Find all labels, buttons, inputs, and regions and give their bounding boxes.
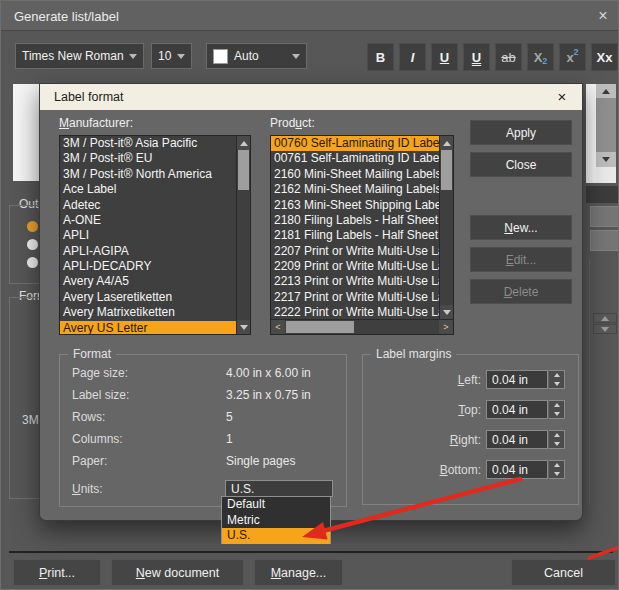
delete-button[interactable]: Delete <box>470 279 572 304</box>
scroll-up-icon[interactable] <box>440 136 453 150</box>
scrollbar-thumb[interactable] <box>286 321 354 333</box>
window-close-button[interactable]: × <box>592 5 614 27</box>
list-item-selected[interactable]: Avery US Letter <box>60 321 236 336</box>
dropdown-option[interactable]: Default <box>222 497 330 513</box>
units-combo[interactable]: U.S. <box>225 480 333 497</box>
spinner-down-icon[interactable] <box>549 440 564 449</box>
list-item[interactable]: 2163 Mini-Sheet Shipping Labels <box>271 198 439 213</box>
edit-button[interactable]: Edit... <box>470 247 572 272</box>
list-item[interactable]: Adetec <box>60 198 236 213</box>
chevron-down-icon <box>177 54 185 59</box>
spinner-down-icon[interactable] <box>549 380 564 389</box>
list-item[interactable]: 2207 Print or Write Multi-Use Lab <box>271 244 439 259</box>
italic-button[interactable]: I <box>399 43 426 71</box>
generate-list-label-window: Generate list/label × Times New Roman 10… <box>0 0 619 590</box>
list-item[interactable]: 00761 Self-Laminating ID Labels <box>271 151 439 166</box>
format-group-title: Format <box>68 347 116 361</box>
manufacturer-scrollbar[interactable] <box>236 136 250 334</box>
new-button[interactable]: New... <box>470 215 572 240</box>
paper-value: Single pages <box>226 454 295 468</box>
list-fragment <box>596 167 616 183</box>
manage-button[interactable]: Manage... <box>254 559 343 586</box>
subscript-button[interactable]: X2 <box>527 43 554 71</box>
right-margin-field[interactable]: 0.04 in <box>486 430 548 449</box>
list-item[interactable]: 2180 Filing Labels - Half Sheet <box>271 213 439 228</box>
bold-button[interactable]: B <box>367 43 394 71</box>
panel-fragment <box>586 186 619 203</box>
left-margin-field[interactable]: 0.04 in <box>486 370 548 389</box>
spinner-up-icon[interactable] <box>549 461 564 470</box>
label-margins-group: Label margins Left: 0.04 in Top: 0.04 in… <box>362 354 579 505</box>
window-titlebar: Generate list/label × <box>1 1 619 31</box>
radio-button[interactable] <box>27 257 38 268</box>
close-button[interactable]: Close <box>470 152 572 177</box>
spinner-up-icon[interactable] <box>593 313 617 323</box>
underline-button[interactable]: U <box>431 43 458 71</box>
list-item[interactable]: Avery Matrixetiketten <box>60 305 236 320</box>
list-item[interactable]: 3M / Post-it® EU <box>60 151 236 166</box>
scroll-down-icon[interactable] <box>440 305 453 319</box>
dialog-close-button[interactable]: × <box>552 87 572 107</box>
radio-button[interactable] <box>27 239 38 250</box>
groupbox-edge-fragment <box>589 259 590 503</box>
spinner-down-icon[interactable] <box>549 470 564 479</box>
left-margin-label: Left: <box>371 373 481 387</box>
manufacturer-list: 3M / Post-it® Asia Pacific 3M / Post-it®… <box>59 135 251 335</box>
dropdown-option-selected[interactable]: U.S. <box>222 528 330 544</box>
list-item[interactable]: APLI-AGIPA <box>60 244 236 259</box>
scroll-up-icon[interactable] <box>596 84 616 98</box>
font-color-combo[interactable]: Auto <box>206 43 307 69</box>
double-underline-button[interactable]: U <box>463 43 490 71</box>
scroll-right-icon[interactable]: > <box>439 320 453 334</box>
scrollbar-thumb[interactable] <box>441 150 452 190</box>
spinner-down-icon[interactable] <box>549 410 564 419</box>
product-scrollbar-horizontal[interactable]: < > <box>271 319 453 334</box>
list-item[interactable]: 2217 Print or Write Multi-Use Lab <box>271 290 439 305</box>
paper-label: Paper: <box>72 454 107 468</box>
rows-label: Rows: <box>72 410 105 424</box>
scrollbar-thumb[interactable] <box>596 98 616 152</box>
spinner-up-icon[interactable] <box>549 431 564 440</box>
list-item-selected[interactable]: 00760 Self-Laminating ID Labels <box>271 136 439 151</box>
product-list: 00760 Self-Laminating ID Labels 00761 Se… <box>270 135 454 335</box>
scroll-up-icon[interactable] <box>237 136 250 150</box>
list-item[interactable]: APLI <box>60 228 236 243</box>
radio-button-selected[interactable] <box>27 221 38 232</box>
spinner-up-icon[interactable] <box>549 371 564 380</box>
scroll-down-icon[interactable] <box>237 320 250 334</box>
bottom-margin-field[interactable]: 0.04 in <box>486 460 548 479</box>
scroll-down-icon[interactable] <box>596 152 616 167</box>
strikethrough-button[interactable]: ab <box>495 43 522 71</box>
product-scrollbar-vertical[interactable] <box>439 136 453 319</box>
cancel-button[interactable]: Cancel <box>511 559 616 586</box>
dropdown-option[interactable]: Metric <box>222 513 330 529</box>
spinner-up-icon[interactable] <box>549 401 564 410</box>
font-family-combo[interactable]: Times New Roman <box>15 43 144 69</box>
list-item[interactable]: Avery A4/A5 <box>60 274 236 289</box>
scroll-left-icon[interactable]: < <box>271 320 285 334</box>
spinner-down-icon[interactable] <box>593 324 617 334</box>
list-item[interactable]: 3M / Post-it® Asia Pacific <box>60 136 236 151</box>
top-margin-field[interactable]: 0.04 in <box>486 400 548 419</box>
scrollbar-thumb[interactable] <box>238 150 249 190</box>
list-item[interactable]: Avery Laseretiketten <box>60 290 236 305</box>
list-item[interactable]: 3M / Post-it® North America <box>60 167 236 182</box>
font-size-combo[interactable]: 10 <box>151 43 192 69</box>
list-item[interactable]: 2160 Mini-Sheet Mailing Labels - <box>271 167 439 182</box>
button-fragment[interactable] <box>590 230 619 251</box>
list-item[interactable]: Ace Label <box>60 182 236 197</box>
list-item[interactable]: A-ONE <box>60 213 236 228</box>
change-case-button[interactable]: Xx <box>591 43 618 71</box>
button-fragment[interactable] <box>590 206 619 227</box>
font-color-value: Auto <box>234 49 259 63</box>
list-item[interactable]: APLI-DECADRY <box>60 259 236 274</box>
superscript-button[interactable]: x2 <box>559 43 586 71</box>
list-item[interactable]: 2181 Filing Labels - Half Sheet <box>271 228 439 243</box>
new-document-button[interactable]: New document <box>111 559 244 586</box>
apply-button[interactable]: Apply <box>470 120 572 145</box>
list-item[interactable]: 2213 Print or Write Multi-Use Lab <box>271 274 439 289</box>
print-button[interactable]: Print... <box>13 559 101 586</box>
product-label: Product: <box>270 116 315 130</box>
list-item[interactable]: 2162 Mini-Sheet Mailing Labels - <box>271 182 439 197</box>
list-item[interactable]: 2209 Print or Write Multi-Use Lab <box>271 259 439 274</box>
